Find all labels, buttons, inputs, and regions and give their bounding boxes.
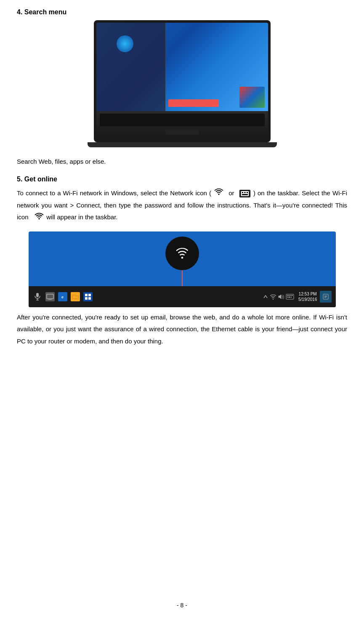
svg-rect-11 <box>85 294 88 296</box>
svg-rect-12 <box>88 294 91 296</box>
svg-rect-21 <box>292 295 293 296</box>
svg-rect-0 <box>241 191 249 197</box>
taskbar-edge-icon: e <box>58 292 67 301</box>
pointer-line <box>182 269 183 286</box>
taskbar-mic-icon <box>33 292 42 301</box>
svg-marker-15 <box>279 295 281 299</box>
taskbar-bar: e <box>29 286 336 307</box>
taskbar-left-icons: e <box>33 292 263 301</box>
laptop-keyboard <box>96 111 268 136</box>
svg-rect-6 <box>36 293 39 297</box>
systray-chevron-icon <box>263 294 268 299</box>
ethernet-icon-inline <box>239 190 250 197</box>
paragraph1-start: To connect to a Wi-Fi network in Windows… <box>17 189 211 197</box>
taskbar-time: 12:53 PM 5/19/2016 <box>298 291 317 302</box>
svg-rect-1 <box>242 192 243 193</box>
section4-heading: 4. Search menu <box>17 8 347 16</box>
taskbar-screen-icon <box>45 292 55 301</box>
section5-heading: 5. Get online <box>17 176 347 183</box>
svg-rect-3 <box>247 192 248 193</box>
date-display: 5/19/2016 <box>298 297 317 302</box>
section5-paragraph2: After you're connected, you're ready to … <box>17 311 347 348</box>
systray-wifi-icon <box>270 294 276 300</box>
wifi-icon-taskbar <box>35 212 44 224</box>
svg-rect-18 <box>288 295 289 296</box>
laptop-image-container <box>17 20 347 147</box>
svg-point-5 <box>173 245 191 262</box>
svg-rect-4 <box>242 194 248 195</box>
section4-description: Search Web, files, apps or else. <box>17 156 347 168</box>
page-number: - 8 - <box>177 602 187 609</box>
taskbar-image-container: e <box>17 231 347 307</box>
cortana-circle <box>117 35 133 52</box>
taskbar-mockup: e <box>29 231 336 307</box>
taskbar-folder-icon <box>71 292 80 301</box>
taskbar-windows-icon <box>83 292 93 301</box>
svg-rect-2 <box>244 192 245 193</box>
paragraph1-tail: will appear in the taskbar. <box>46 213 117 221</box>
search-bar-laptop <box>168 99 219 107</box>
systray-volume-icon <box>278 294 284 299</box>
taskbar-right-area: 12:53 PM 5/19/2016 <box>263 291 332 303</box>
svg-rect-14 <box>88 297 91 300</box>
laptop-screen <box>96 23 268 111</box>
svg-rect-24 <box>291 297 292 298</box>
laptop-base <box>88 142 277 147</box>
taskbar-systray <box>263 294 294 300</box>
svg-rect-23 <box>288 297 290 298</box>
svg-rect-13 <box>85 297 88 300</box>
svg-rect-20 <box>291 295 292 296</box>
svg-rect-19 <box>290 295 290 296</box>
svg-rect-9 <box>47 294 53 299</box>
wifi-popup-circle <box>165 237 199 270</box>
time-display: 12:53 PM <box>299 292 317 296</box>
wifi-icon-inline <box>214 187 223 199</box>
svg-rect-17 <box>287 295 288 296</box>
laptop-image <box>94 20 271 142</box>
section5-paragraph1: To connect to a Wi-Fi network in Windows… <box>17 187 347 224</box>
taskbar-notification-icon <box>320 291 332 303</box>
or-text: or <box>228 189 234 197</box>
svg-rect-22 <box>287 297 288 298</box>
systray-keyboard-icon <box>286 294 294 300</box>
